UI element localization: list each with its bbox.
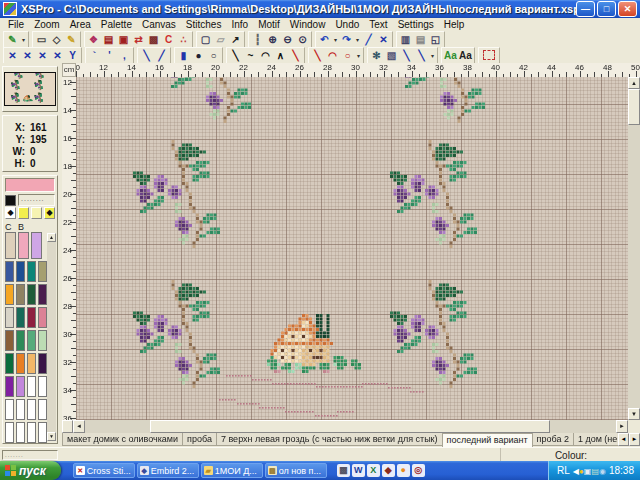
quarter-stitch-1-icon[interactable]: ` xyxy=(87,49,102,62)
select-rect-icon[interactable]: ▭ xyxy=(34,33,49,46)
bead-filled-icon[interactable]: ● xyxy=(191,49,206,62)
print-preview-icon[interactable]: ▱ xyxy=(213,33,228,46)
import-motif-icon[interactable]: ❖ xyxy=(86,33,101,46)
palette-swatch-4-3[interactable] xyxy=(27,330,36,351)
secondary-color-swatch[interactable] xyxy=(5,195,16,206)
palette-swatch-7-1[interactable] xyxy=(5,399,14,420)
quick-messenger-icon[interactable]: ● xyxy=(397,464,410,477)
palette-scrollbar[interactable]: ▲ ▼ xyxy=(47,233,56,441)
tab-5[interactable]: проба 2 xyxy=(532,433,574,446)
restore-window-icon[interactable]: ◱ xyxy=(428,33,443,46)
palette-swatch-8-4[interactable] xyxy=(38,422,47,443)
select-freehand-icon[interactable]: ◇ xyxy=(49,33,64,46)
draw-pencil-icon[interactable]: ✎ xyxy=(5,33,20,46)
tab-4[interactable]: последний вариант xyxy=(442,433,533,447)
palette-swatch-1-2[interactable] xyxy=(16,261,25,282)
design-canvas[interactable] xyxy=(76,77,628,420)
palette-swatch-tall-3[interactable] xyxy=(31,232,42,259)
redo-icon[interactable]: ↷ xyxy=(339,33,354,46)
half-stitch-fwd-icon[interactable]: ╱ xyxy=(154,49,169,62)
palette-swatch-7-2[interactable] xyxy=(16,399,25,420)
palette-swatch-3-2[interactable] xyxy=(16,307,25,328)
palette-swatch-tall-2[interactable] xyxy=(18,232,29,259)
palette-swatch-7-4[interactable] xyxy=(38,399,47,420)
minimize-button[interactable]: — xyxy=(576,1,595,17)
maximize-button[interactable]: □ xyxy=(597,1,616,17)
quick-swatch-4[interactable]: ◆ xyxy=(44,207,55,219)
tray-app4-icon[interactable]: ◉ xyxy=(599,467,606,476)
menu-undo[interactable]: Undo xyxy=(330,19,364,30)
palette-swatch-5-4[interactable] xyxy=(38,353,47,374)
palette-swatch-2-4[interactable] xyxy=(38,284,47,305)
zoom-out-icon[interactable]: ⊖ xyxy=(280,33,295,46)
dashed-selection-icon[interactable] xyxy=(483,50,495,60)
angle-stitch-icon[interactable]: ∧ xyxy=(273,49,288,62)
font-small-icon[interactable]: Aa xyxy=(443,49,458,62)
backstitch-dotted-icon[interactable]: ~ xyxy=(243,49,258,62)
half-stitch-back-icon[interactable]: ╲ xyxy=(139,49,154,62)
picture-motif-icon[interactable]: ▧ xyxy=(384,49,399,62)
horizontal-scrollbar[interactable]: ◄ ► xyxy=(62,420,628,433)
pattern-fill-icon[interactable]: ▩ xyxy=(146,33,161,46)
draw-pencil-dropdown-icon[interactable]: ▾ xyxy=(20,36,27,43)
menu-zoom[interactable]: Zoom xyxy=(29,19,65,30)
scroll-down-icon[interactable]: ▼ xyxy=(628,408,640,420)
special-backstitch-icon[interactable]: ╲ xyxy=(288,49,303,62)
menu-text[interactable]: Text xyxy=(364,19,392,30)
half-cross-1-icon[interactable]: ✕ xyxy=(50,49,65,62)
undo-icon[interactable]: ↶ xyxy=(317,33,332,46)
scroll-left-icon[interactable]: ◄ xyxy=(73,420,85,433)
palette-swatch-1-1[interactable] xyxy=(5,261,14,282)
menu-window[interactable]: Window xyxy=(285,19,331,30)
rotate-motif-icon[interactable]: C xyxy=(161,33,176,46)
quick-swatch-3[interactable] xyxy=(31,207,42,219)
palette-scroll-up-icon[interactable]: ▲ xyxy=(47,233,56,242)
palette-swatch-3-4[interactable] xyxy=(38,307,47,328)
menu-info[interactable]: Info xyxy=(226,19,253,30)
taskbar-button-4[interactable]: ▤ол нов п... xyxy=(265,463,327,478)
crop-motif-icon[interactable]: ▣ xyxy=(116,33,131,46)
vertical-scroll-thumb[interactable] xyxy=(628,89,640,125)
palette-scroll-down-icon[interactable]: ▼ xyxy=(47,432,56,441)
tab-splitter-handle[interactable] xyxy=(62,420,73,433)
quick-word-icon[interactable]: W xyxy=(352,464,365,477)
palette-swatch-5-3[interactable] xyxy=(27,353,36,374)
menu-stitches[interactable]: Stitches xyxy=(181,19,227,30)
zoom-actual-icon[interactable]: ⊙ xyxy=(295,33,310,46)
move-motif-icon[interactable]: ∴ xyxy=(176,33,191,46)
edit-pencil-icon[interactable]: ✎ xyxy=(64,33,79,46)
quarter-stitch-3-icon[interactable]: , xyxy=(117,49,132,62)
keyboard-layout-indicator[interactable]: RL xyxy=(557,465,570,476)
palette-swatch-3-1[interactable] xyxy=(5,307,14,328)
tab-3[interactable]: 7 верхн левая гроздь (с частью ниж ветки… xyxy=(216,433,443,446)
vertical-scrollbar[interactable]: ▲ ▼ xyxy=(628,77,640,420)
tab-2[interactable]: проба xyxy=(182,433,217,446)
thick-line-icon[interactable]: ╲ xyxy=(310,49,325,62)
delete-stitch-icon[interactable]: ✕ xyxy=(376,33,391,46)
mirror-motif-icon[interactable]: ⇄ xyxy=(131,33,146,46)
pen-blue-alt-icon[interactable]: ╲ xyxy=(414,49,429,62)
menu-area[interactable]: Area xyxy=(65,19,96,30)
palette-swatch-8-3[interactable] xyxy=(27,422,36,443)
palette-swatch-2-2[interactable] xyxy=(16,284,25,305)
menu-palette[interactable]: Palette xyxy=(96,19,137,30)
horizontal-scroll-thumb[interactable] xyxy=(150,420,550,433)
palette-swatch-8-2[interactable] xyxy=(16,422,25,443)
new-page-icon[interactable]: ▤ xyxy=(413,33,428,46)
tray-app3-icon[interactable]: ▤ xyxy=(591,467,599,476)
menu-file[interactable]: File xyxy=(3,19,29,30)
start-button[interactable]: пуск xyxy=(0,461,61,480)
palette-swatch-6-4[interactable] xyxy=(38,376,47,397)
taskbar-button-3[interactable]: ▰1МОИ Д... xyxy=(201,463,263,478)
vertical-stitch-icon[interactable]: ▮ xyxy=(176,49,191,62)
taskbar-button-2[interactable]: ◆Embird 2... xyxy=(137,463,199,478)
palette-swatch-7-3[interactable] xyxy=(27,399,36,420)
menu-motif[interactable]: Motif xyxy=(253,19,285,30)
close-button[interactable]: ✕ xyxy=(618,1,637,17)
menu-canvas[interactable]: Canvas xyxy=(137,19,181,30)
palette-swatch-6-1[interactable] xyxy=(5,376,14,397)
circle-tool-icon[interactable]: ○ xyxy=(340,49,355,62)
tab-scroll-left-icon[interactable]: ◄ xyxy=(618,433,629,446)
palette-swatch-3-3[interactable] xyxy=(27,307,36,328)
curve-stitch-icon[interactable]: ◠ xyxy=(258,49,273,62)
